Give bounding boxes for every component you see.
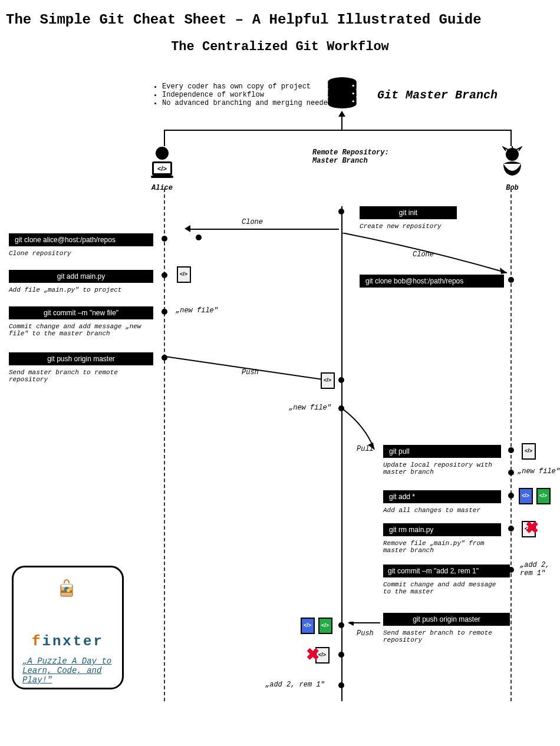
- cmd-git-add-all: git add *: [383, 490, 501, 503]
- svg-point-10: [156, 147, 169, 160]
- bullet-item: Independence of workflow: [162, 91, 332, 99]
- cmd-desc: Add file „main.py" to project: [9, 286, 150, 293]
- finxter-promo-box: finxter „A Puzzle A Day to Learn, Code, …: [12, 566, 124, 689]
- connector-line: [341, 117, 342, 130]
- alice-icon: </> Alice: [147, 146, 177, 192]
- timeline-dot: [162, 272, 167, 278]
- cmd-desc: Update local repository with master bran…: [383, 461, 498, 476]
- clone-label: Clone: [242, 218, 263, 226]
- svg-text:</>: </>: [157, 165, 167, 172]
- coffee-icon: [56, 576, 80, 600]
- file-icon: [318, 618, 332, 634]
- cmd-git-commit: git commit –m "new file": [9, 306, 153, 319]
- cmd-desc: Clone repository: [9, 250, 150, 257]
- cmd-desc: Add all changes to master: [383, 507, 501, 514]
- file-icon: [519, 488, 533, 504]
- finxter-tagline[interactable]: „A Puzzle A Day to Learn, Code, and Play…: [22, 656, 113, 685]
- arrow-up-icon: [338, 111, 345, 117]
- file-icon: [301, 618, 315, 634]
- connector-line: [164, 130, 165, 146]
- svg-point-26: [67, 589, 70, 592]
- file-icon: [536, 488, 551, 504]
- bullet-item: Every coder has own copy of project: [162, 82, 332, 91]
- commit-msg-label: „add 2, rem 1": [520, 561, 549, 577]
- cmd-git-push-bob: git push origin master: [383, 613, 510, 626]
- file-icon: [522, 443, 536, 460]
- cmd-git-push: git push origin master: [9, 352, 153, 365]
- cmd-git-rm: git rm main.py: [383, 523, 501, 536]
- connector-line: [189, 229, 339, 230]
- connector-line: [164, 130, 512, 131]
- cmd-git-init: git init: [360, 206, 457, 219]
- cmd-desc: Send master branch to remote repository: [9, 369, 150, 383]
- pull-label: Pull: [357, 445, 374, 453]
- cmd-git-commit-bob: git commit –m "add 2, rem 1": [383, 565, 510, 577]
- arrow-left-icon: [185, 225, 190, 232]
- svg-point-9: [353, 100, 354, 102]
- database-icon: [326, 77, 358, 109]
- timeline-dot: [196, 235, 202, 240]
- svg-rect-14: [151, 176, 173, 178]
- svg-rect-23: [61, 585, 72, 587]
- push-label: Push: [242, 368, 259, 377]
- file-icon: [177, 266, 191, 283]
- cmd-desc: Commit change and add message „new file"…: [9, 323, 150, 337]
- connector-line: [510, 130, 512, 146]
- timeline-dot: [508, 470, 514, 476]
- timeline-dot: [508, 447, 514, 453]
- svg-marker-21: [348, 622, 354, 626]
- timeline-dot: [508, 493, 514, 499]
- new-file-label: „new file": [176, 306, 218, 315]
- bob-icon: Bob: [498, 146, 527, 192]
- clone-label: Clone: [413, 250, 434, 259]
- cmd-git-pull: git pull: [383, 445, 501, 458]
- timeline-dot: [338, 622, 344, 628]
- cmd-desc: Remove file „main.py" from master branch: [383, 540, 501, 554]
- svg-point-7: [353, 85, 354, 87]
- bullet-item: No advanced branching and merging needed: [162, 99, 332, 107]
- master-branch-label: Git Master Branch: [377, 88, 498, 102]
- timeline-dot: [508, 567, 514, 573]
- svg-point-8: [353, 93, 354, 94]
- timeline-dot: [338, 377, 344, 383]
- page-title: The Simple Git Cheat Sheet – A Helpful I…: [0, 0, 560, 28]
- timeline-dot: [162, 236, 167, 242]
- cmd-git-clone-alice: git clone alice@host:/path/repos: [9, 233, 153, 246]
- cmd-git-add: git add main.py: [9, 270, 153, 283]
- commit-msg-label: „add 2, rem 1": [265, 681, 325, 689]
- timeline-dot: [338, 682, 344, 688]
- svg-marker-18: [500, 268, 507, 274]
- subtitle: The Centralized Git Workflow: [0, 39, 560, 54]
- file-icon: [321, 372, 335, 389]
- new-file-label: „new file": [518, 467, 560, 476]
- cmd-git-clone-bob: git clone bob@host:/path/repos: [360, 275, 504, 288]
- timeline-dot: [338, 209, 344, 214]
- timeline-dot: [508, 526, 514, 532]
- cmd-desc: Create new repository: [360, 223, 466, 230]
- new-file-label: „new file": [289, 404, 331, 412]
- timeline-dot: [338, 652, 344, 658]
- push-label: Push: [357, 629, 374, 638]
- cmd-desc: Commit change and add message to the mas…: [383, 581, 501, 595]
- cmd-desc: Send master branch to remote repository: [383, 629, 501, 643]
- svg-point-6: [328, 100, 356, 108]
- timeline-dot: [508, 277, 514, 283]
- x-icon: ✖: [525, 518, 539, 537]
- feature-bullets: Every coder has own copy of project Inde…: [153, 82, 332, 107]
- timeline-dot: [162, 309, 167, 315]
- remote-repo-label: Remote Repository: Master Branch: [312, 148, 389, 165]
- finxter-logo: finxter: [22, 633, 113, 649]
- x-icon: ✖: [306, 645, 319, 664]
- alice-timeline: [164, 189, 165, 701]
